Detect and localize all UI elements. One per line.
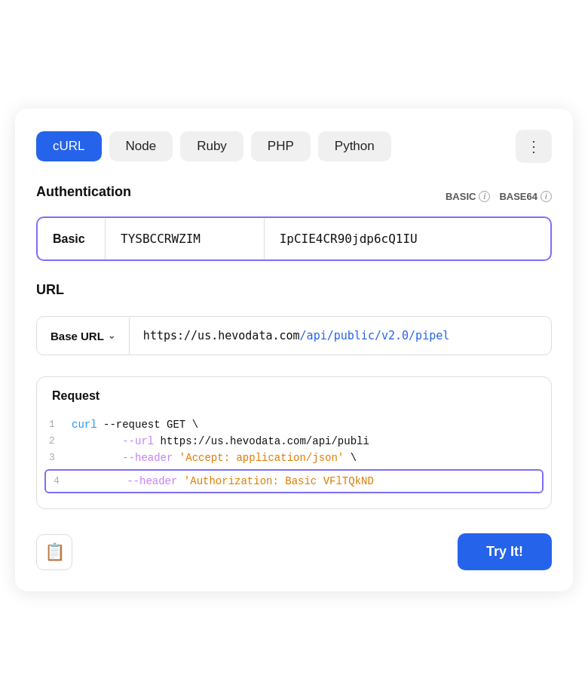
code-block: 1 curl --request GET \ 2 --url https://u… [37,409,551,508]
code-curl: curl [72,419,97,431]
code-line-3: 3 --header 'Accept: application/json' \ [37,450,551,466]
auth-username: TYSBCCRWZIM [106,218,265,259]
auth-header: Authentication BASIC i BASE64 i [36,184,552,209]
url-path: /api/public/v2.0/pipel [300,329,450,342]
url-label-text: Base URL [51,330,104,342]
url-label[interactable]: Base URL ⌄ [37,318,130,355]
url-section: URL Base URL ⌄ https://us.hevodata.com/a… [36,282,552,355]
code-header-flag-1: --header [72,452,173,464]
request-title: Request [37,377,551,409]
code-header-slash-1: \ [344,452,357,464]
basic-badge[interactable]: BASIC i [446,191,490,202]
try-it-button[interactable]: Try It! [458,533,552,570]
basic-badge-label: BASIC [446,191,476,202]
code-header-space-2 [177,475,183,487]
chevron-down-icon: ⌄ [108,330,115,341]
code-url-flag: --url [72,435,154,447]
code-line-1: 1 curl --request GET \ [37,416,551,433]
bottom-bar: 📋 Try It! [36,527,552,570]
tab-python[interactable]: Python [318,131,391,161]
base64-badge[interactable]: BASE64 i [499,191,552,202]
tab-php[interactable]: PHP [251,131,311,161]
code-header-flag-2: --header [76,475,177,487]
base64-info-icon[interactable]: i [541,191,552,202]
copy-button[interactable]: 📋 [36,534,72,570]
line-num-2: 2 [49,435,66,447]
code-request: --request GET \ [97,419,198,431]
url-section-label: URL [36,282,552,298]
tab-bar: cURL Node Ruby PHP Python ⋮ [36,130,552,163]
tab-node[interactable]: Node [109,131,173,161]
auth-type: Basic [38,219,106,259]
auth-password: IpCIE4CR90jdp6cQ1IU [265,218,550,259]
code-line-2: 2 --url https://us.hevodata.com/api/publ… [37,433,551,450]
base64-badge-label: BASE64 [499,191,537,202]
code-header-value-2: 'Authorization: Basic VFlTQkND [184,475,374,487]
request-box: Request 1 curl --request GET \ 2 --url h… [36,376,552,509]
basic-info-icon[interactable]: i [479,191,490,202]
url-base: https://us.hevodata.com [143,329,300,342]
more-tabs-button[interactable]: ⋮ [516,130,552,163]
code-line-4: 4 --header 'Authorization: Basic VFlTQkN… [44,469,544,493]
main-card: cURL Node Ruby PHP Python ⋮ Authenticati… [15,109,573,591]
auth-badges: BASIC i BASE64 i [446,191,552,202]
line-num-1: 1 [49,419,66,430]
tab-curl[interactable]: cURL [36,131,102,161]
code-url-value: https://us.hevodata.com/api/publi [154,435,369,447]
auth-box: Basic TYSBCCRWZIM IpCIE4CR90jdp6cQ1IU [36,216,552,261]
line-num-4: 4 [54,475,70,487]
url-box: Base URL ⌄ https://us.hevodata.com/api/p… [36,316,552,355]
line-num-3: 3 [49,452,66,463]
code-header-value-1: 'Accept: application/json' [179,452,344,464]
url-value: https://us.hevodata.com/api/public/v2.0/… [130,317,551,355]
code-header-space-1 [173,452,179,464]
auth-section-label: Authentication [36,184,131,200]
tab-ruby[interactable]: Ruby [180,131,243,161]
